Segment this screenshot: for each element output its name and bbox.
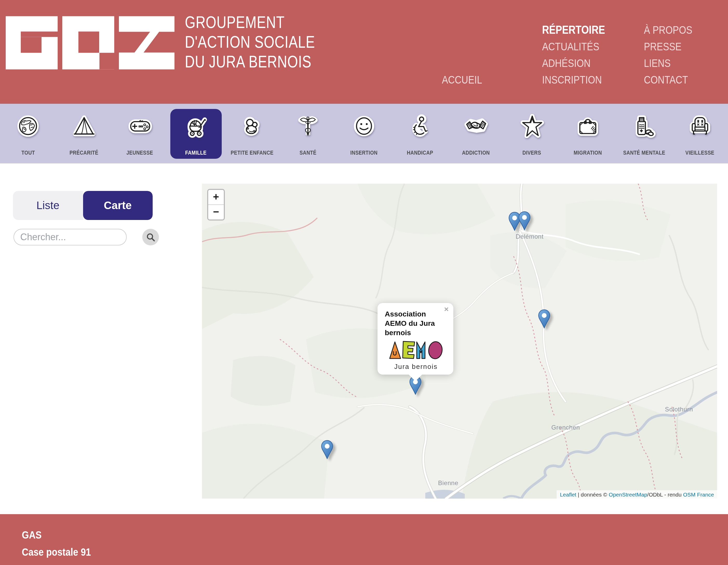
zoom-in-button[interactable]: + [208, 190, 224, 205]
category-divers[interactable]: DIVERS [504, 104, 560, 164]
toggle-carte-button[interactable]: Carte [83, 191, 153, 220]
gamepad-icon [128, 114, 152, 140]
star-icon [520, 114, 544, 140]
category-jeunesse[interactable]: JEUNESSE [112, 104, 168, 164]
category-handicap[interactable]: HANDICAP [392, 104, 448, 164]
category-label: JEUNESSE [127, 150, 153, 156]
osm-france-link[interactable]: OSM France [683, 491, 714, 498]
city-label-bienne: Bienne [438, 480, 458, 487]
category-label: DIVERS [523, 150, 541, 156]
wheelchair-icon [408, 114, 432, 140]
category-label: VIEILLESSE [685, 150, 714, 156]
caduceus-icon [296, 114, 320, 140]
category-label: SANTÉ MENTALE [623, 150, 665, 156]
nav-liens[interactable]: LIENS [644, 55, 692, 72]
category-precarite[interactable]: PRÉCARITÉ [56, 104, 112, 164]
globe-icon [16, 114, 40, 140]
gas-logo[interactable] [6, 16, 174, 72]
map-popup: × Association AEMO du Jura bernois Jura … [378, 303, 453, 374]
category-insertion[interactable]: INSERTION [336, 104, 392, 164]
category-petite-enfance[interactable]: PETITE ENFANCE [224, 104, 280, 164]
category-label: PETITE ENFANCE [231, 150, 273, 156]
site-title-line: GROUPEMENT [185, 12, 315, 32]
nav-accueil[interactable]: ACCUEIL [442, 72, 482, 88]
category-label: PRÉCARITÉ [70, 150, 98, 156]
search-input[interactable] [14, 229, 127, 246]
map-marker[interactable] [538, 309, 550, 328]
city-label-solothurn: Solothurn [665, 405, 693, 413]
map-tiles[interactable] [202, 184, 717, 499]
category-addiction[interactable]: ADDICTION [448, 104, 504, 164]
zoom-out-button[interactable]: − [208, 205, 224, 220]
site-title-line: D'ACTION SOCIALE [185, 32, 315, 52]
leaflet-map[interactable]: + − Delémont Grenchen Solothurn Bienne ×… [202, 184, 717, 499]
nav-repertoire[interactable]: RÉPERTOIRE [542, 22, 605, 38]
openstreetmap-link[interactable]: OpenStreetMap [609, 491, 647, 498]
suitcase-icon [576, 114, 600, 140]
toggle-liste-button[interactable]: Liste [13, 191, 83, 220]
view-toggle: Liste Carte [13, 191, 153, 220]
main-nav-col2: RÉPERTOIRE ACTUALITÉS ADHÉSION INSCRIPTI… [542, 22, 616, 88]
zoom-control: + − [207, 189, 225, 221]
city-label-delemont: Delémont [516, 233, 544, 240]
popup-title: Association AEMO du Jura bernois [385, 310, 438, 337]
nav-presse[interactable]: PRESSE [644, 38, 692, 55]
map-attribution: Leaflet | données © OpenStreetMap/ODbL -… [557, 490, 717, 499]
handshake-icon [464, 114, 488, 140]
attribution-text: /ODbL - rendu [647, 491, 683, 498]
category-sante-mentale[interactable]: SANTÉ MENTALE [616, 104, 672, 164]
close-icon[interactable]: × [444, 305, 449, 313]
main-nav-col1: ACCUEIL [442, 72, 489, 88]
footer-address: Case postale 91 [22, 546, 91, 558]
aemo-logo [388, 339, 443, 363]
nav-a-propos[interactable]: À PROPOS [644, 22, 692, 38]
nav-inscription[interactable]: INSCRIPTION [542, 72, 605, 88]
map-marker[interactable] [518, 211, 531, 230]
category-label: TOUT [21, 150, 35, 156]
leaflet-link[interactable]: Leaflet [560, 491, 576, 498]
category-sante[interactable]: SANTÉ [280, 104, 336, 164]
category-migration[interactable]: MIGRATION [560, 104, 616, 164]
category-label: MIGRATION [574, 150, 602, 156]
footer-org: GAS [22, 529, 42, 541]
category-tout[interactable]: TOUT [0, 104, 56, 164]
map-marker[interactable] [321, 440, 333, 459]
category-bar: TOUT PRÉCARITÉ [0, 104, 728, 164]
category-famille[interactable]: FAMILLE [168, 104, 224, 164]
smiley-icon [352, 114, 376, 140]
pram-icon [184, 114, 208, 140]
site-title-line: DU JURA BERNOIS [185, 52, 315, 72]
armchair-icon [688, 114, 712, 140]
medicine-icon [632, 114, 656, 140]
nav-adhesion[interactable]: ADHÉSION [542, 55, 605, 72]
nav-contact[interactable]: CONTACT [644, 72, 692, 88]
site-footer: GAS Case postale 91 [0, 514, 728, 565]
category-vieillesse[interactable]: VIEILLESSE [672, 104, 728, 164]
tent-icon [72, 114, 96, 140]
category-label: HANDICAP [407, 150, 433, 156]
main-nav-col3: À PROPOS PRESSE LIENS CONTACT [644, 22, 701, 88]
city-label-grenchen: Grenchen [551, 424, 580, 431]
pacifier-icon [240, 114, 264, 140]
site-header: GROUPEMENT D'ACTION SOCIALE DU JURA BERN… [0, 0, 728, 104]
search-icon [145, 232, 156, 243]
nav-actualites[interactable]: ACTUALITÉS [542, 38, 605, 55]
category-label: INSERTION [350, 150, 378, 156]
site-title: GROUPEMENT D'ACTION SOCIALE DU JURA BERN… [185, 12, 315, 72]
attribution-text: | données © [576, 491, 609, 498]
category-label: FAMILLE [185, 150, 207, 156]
category-label: SANTÉ [300, 150, 316, 156]
category-label: ADDICTION [462, 150, 490, 156]
aemo-logo-subtitle: Jura bernois [385, 362, 447, 370]
search-button[interactable] [142, 229, 159, 246]
